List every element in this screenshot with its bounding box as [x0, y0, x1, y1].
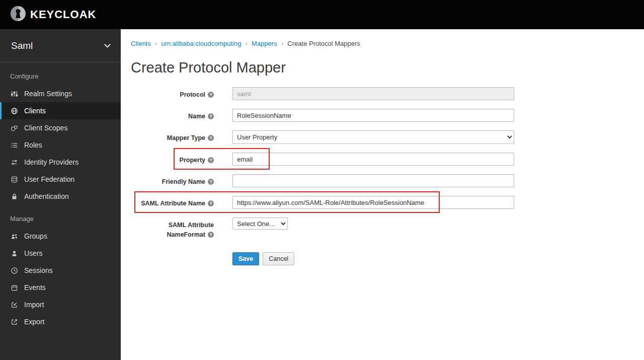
form-row-friendly-name: Friendly Name?	[131, 174, 634, 187]
client-scopes-icon	[10, 124, 19, 132]
breadcrumb-separator-icon: ›	[245, 39, 248, 47]
sidebar-item-authentication[interactable]: Authentication	[0, 188, 121, 205]
sidebar-item-label: Events	[24, 283, 46, 292]
export-icon	[10, 318, 19, 326]
brand-name: KEYCLOAK	[30, 8, 96, 21]
keycloak-logo: KEYCLOAK	[9, 5, 96, 25]
form-row-property: Property?	[131, 153, 634, 166]
create-protocol-mapper-form: Protocol? Name? Mapper Type?	[131, 87, 634, 265]
saml-attribute-name-label: SAML Attribute Name?	[131, 196, 214, 208]
sidebar-section-configure: Configure	[0, 62, 121, 85]
mapper-type-select[interactable]: User Property	[232, 130, 514, 144]
breadcrumb-clients[interactable]: Clients	[131, 40, 151, 47]
sidebar-item-label: Export	[24, 318, 44, 326]
sidebar-section-manage: Manage	[0, 205, 121, 228]
protocol-label: Protocol?	[131, 87, 214, 100]
sidebar-item-label: Groups	[24, 232, 47, 240]
sidebar-item-label: Identity Providers	[24, 158, 78, 166]
calendar-icon	[10, 283, 19, 292]
name-input[interactable]	[232, 109, 514, 122]
realm-selector[interactable]: Saml	[0, 29, 121, 62]
form-actions: Save Cancel	[232, 252, 634, 265]
sidebar-item-users[interactable]: Users	[0, 245, 121, 262]
property-input[interactable]	[232, 153, 514, 166]
sidebar-item-label: User Federation	[24, 175, 74, 183]
roles-icon	[10, 141, 19, 150]
friendly-name-label: Friendly Name?	[131, 174, 214, 187]
help-icon: ?	[208, 135, 214, 141]
friendly-name-input[interactable]	[232, 174, 514, 187]
breadcrumb-separator-icon: ›	[281, 39, 284, 47]
page-title: Create Protocol Mapper	[131, 59, 634, 76]
saml-attribute-nameformat-label: SAML Attribute NameFormat?	[131, 218, 214, 240]
sidebar-item-label: Client Scopes	[24, 124, 67, 132]
form-row-protocol: Protocol?	[131, 87, 634, 100]
protocol-input	[232, 87, 514, 100]
app-window: KEYCLOAK Saml Configure Realm Settings	[0, 0, 644, 360]
help-icon: ?	[208, 179, 214, 185]
form-row-name: Name?	[131, 109, 634, 122]
saml-attribute-nameformat-select[interactable]: Select One...	[232, 218, 288, 230]
help-icon: ?	[208, 113, 214, 119]
clients-icon	[10, 107, 19, 115]
main-content: Clients › urn:alibaba:cloudcomputing › M…	[121, 29, 644, 360]
chevron-down-icon	[104, 41, 111, 48]
database-icon	[10, 175, 19, 184]
realm-selector-label: Saml	[11, 40, 33, 51]
keycloak-logo-icon	[9, 5, 27, 25]
breadcrumb-client-id[interactable]: urn:alibaba:cloudcomputing	[161, 40, 241, 47]
sidebar-item-realm-settings[interactable]: Realm Settings	[0, 85, 121, 102]
sidebar-item-user-federation[interactable]: User Federation	[0, 171, 121, 188]
property-label: Property?	[131, 153, 214, 165]
mapper-type-label: Mapper Type?	[131, 130, 214, 143]
sidebar-item-export[interactable]: Export	[0, 313, 121, 330]
import-icon	[10, 301, 19, 309]
sidebar-item-clients[interactable]: Clients	[0, 102, 121, 119]
save-button[interactable]: Save	[232, 252, 259, 265]
clock-icon	[10, 266, 19, 275]
breadcrumb: Clients › urn:alibaba:cloudcomputing › M…	[131, 39, 634, 47]
form-row-mapper-type: Mapper Type? User Property	[131, 130, 634, 144]
sliders-icon	[10, 90, 19, 98]
sidebar-item-label: Realm Settings	[24, 90, 72, 98]
sidebar-item-import[interactable]: Import	[0, 296, 121, 313]
sidebar-item-groups[interactable]: Groups	[0, 228, 121, 245]
user-icon	[10, 249, 19, 258]
help-icon: ?	[208, 200, 214, 206]
help-icon: ?	[208, 232, 214, 238]
form-row-saml-attribute-name: SAML Attribute Name?	[131, 196, 634, 209]
sidebar-item-label: Users	[24, 249, 43, 257]
sidebar: Saml Configure Realm Settings Clien	[0, 29, 121, 360]
exchange-arrows-icon	[10, 158, 19, 167]
lock-icon	[10, 192, 19, 201]
groups-icon	[10, 232, 19, 241]
breadcrumb-separator-icon: ›	[155, 39, 157, 47]
sidebar-item-label: Clients	[24, 107, 46, 115]
sidebar-item-label: Import	[24, 301, 44, 309]
breadcrumb-current: Create Protocol Mappers	[287, 40, 360, 47]
form-row-saml-attribute-nameformat: SAML Attribute NameFormat? Select One...	[131, 218, 634, 240]
breadcrumb-mappers[interactable]: Mappers	[252, 40, 277, 47]
saml-attribute-name-input[interactable]	[232, 196, 514, 209]
cancel-button[interactable]: Cancel	[263, 252, 294, 265]
sidebar-item-identity-providers[interactable]: Identity Providers	[0, 154, 121, 171]
sidebar-item-client-scopes[interactable]: Client Scopes	[0, 119, 121, 136]
sidebar-item-label: Sessions	[24, 266, 53, 274]
help-icon: ?	[208, 92, 214, 98]
sidebar-item-label: Roles	[24, 141, 42, 149]
name-label: Name?	[131, 109, 214, 121]
sidebar-item-sessions[interactable]: Sessions	[0, 262, 121, 279]
top-header-bar: KEYCLOAK	[0, 0, 644, 29]
sidebar-item-events[interactable]: Events	[0, 279, 121, 296]
sidebar-item-label: Authentication	[24, 192, 69, 200]
help-icon: ?	[208, 157, 214, 163]
sidebar-item-roles[interactable]: Roles	[0, 136, 121, 154]
